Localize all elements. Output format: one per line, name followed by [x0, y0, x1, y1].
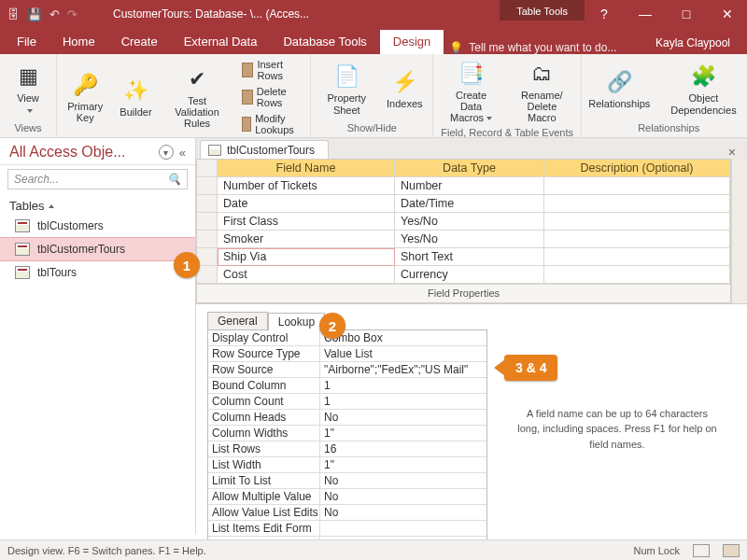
nav-section-tables[interactable]: Tables	[0, 193, 195, 215]
tab-external-data[interactable]: External Data	[171, 30, 271, 54]
property-value[interactable]: "Airborne";"FedEx";"US Mail"	[320, 362, 486, 378]
property-value[interactable]: Value List	[320, 346, 486, 362]
cell-description[interactable]	[544, 213, 730, 231]
cell-field-name[interactable]: Date	[218, 195, 395, 213]
row-selector[interactable]	[197, 266, 218, 284]
select-all-cell[interactable]	[197, 160, 218, 177]
object-dependencies-button[interactable]: 🧩Object Dependencies	[659, 61, 747, 117]
cell-data-type[interactable]: Yes/No	[395, 213, 544, 231]
property-row[interactable]: Limit To ListNo	[208, 473, 486, 489]
property-row[interactable]: Row Source TypeValue List	[208, 346, 486, 362]
property-value[interactable]: No	[320, 410, 486, 426]
insert-rows-button[interactable]: Insert Rows	[238, 58, 303, 82]
view-button[interactable]: ▦ View	[7, 61, 49, 117]
builder-button[interactable]: ✨Builder	[115, 75, 156, 119]
property-value[interactable]: 1	[320, 378, 486, 394]
grid-row[interactable]: SmokerYes/No	[197, 231, 730, 248]
property-sheet-button[interactable]: 📄Property Sheet	[318, 61, 374, 117]
document-tab[interactable]: tblCustomerTours	[200, 140, 329, 160]
cell-field-name[interactable]: Number of Tickets	[218, 177, 395, 195]
cell-description[interactable]	[544, 248, 730, 266]
property-value[interactable]: No	[320, 489, 486, 505]
property-value[interactable]: 1	[320, 394, 486, 410]
cell-description[interactable]	[544, 177, 730, 195]
property-row[interactable]: Column HeadsNo	[208, 410, 486, 426]
grid-row[interactable]: Number of TicketsNumber	[197, 177, 730, 195]
save-icon[interactable]: 💾	[27, 7, 42, 21]
property-value[interactable]	[320, 521, 486, 537]
maximize-button[interactable]: □	[667, 0, 706, 28]
nav-collapse-button[interactable]: «	[179, 146, 186, 160]
grid-row[interactable]: DateDate/Time	[197, 195, 730, 213]
design-view-icon[interactable]	[723, 544, 740, 557]
nav-item[interactable]: tblCustomerTours	[0, 237, 195, 261]
undo-icon[interactable]: ↶	[49, 7, 60, 21]
row-selector[interactable]	[197, 213, 218, 231]
cell-description[interactable]	[544, 266, 730, 284]
property-row[interactable]: Allow Multiple ValueNo	[208, 489, 486, 505]
row-selector[interactable]	[197, 195, 218, 213]
property-value[interactable]: No	[320, 505, 486, 521]
cell-data-type[interactable]: Yes/No	[395, 231, 544, 248]
property-row[interactable]: Allow Value List EditsNo	[208, 505, 486, 521]
vertical-scrollbar[interactable]	[731, 160, 747, 303]
tab-create[interactable]: Create	[108, 30, 171, 54]
help-button[interactable]: ?	[585, 0, 624, 28]
property-value[interactable]: No	[320, 473, 486, 489]
minimize-button[interactable]: —	[626, 0, 665, 28]
nav-title[interactable]: All Access Obje...	[9, 144, 153, 161]
nav-item[interactable]: tblTours	[0, 261, 195, 284]
property-value[interactable]: 16	[320, 441, 486, 457]
nav-search[interactable]: Search... 🔍	[7, 169, 188, 189]
property-row[interactable]: List Width1"	[208, 457, 486, 473]
property-row[interactable]: Column Widths1"	[208, 426, 486, 441]
property-row[interactable]: List Items Edit Form	[208, 521, 486, 537]
cell-field-name[interactable]: Cost	[218, 266, 395, 284]
property-row[interactable]: Column Count1	[208, 394, 486, 410]
datasheet-view-icon[interactable]	[693, 544, 710, 557]
cell-field-name[interactable]: Smoker	[218, 231, 395, 248]
relationships-button[interactable]: 🔗Relationships	[589, 66, 650, 111]
primary-key-button[interactable]: 🔑Primary Key	[64, 69, 106, 125]
tab-design[interactable]: Design	[380, 30, 444, 54]
cell-description[interactable]	[544, 231, 730, 248]
app-menu-icon[interactable]: 🗄	[7, 7, 20, 21]
property-value[interactable]: Combo Box	[320, 330, 486, 346]
tab-file[interactable]: File	[4, 30, 49, 54]
tab-database-tools[interactable]: Database Tools	[270, 30, 379, 54]
row-selector[interactable]	[197, 177, 218, 195]
property-value[interactable]: 1"	[320, 426, 486, 441]
rename-delete-macro-button[interactable]: 🗂Rename/ Delete Macro	[511, 58, 573, 125]
delete-rows-button[interactable]: Delete Rows	[238, 85, 303, 109]
indexes-button[interactable]: ⚡Indexes	[384, 66, 425, 111]
close-button[interactable]: ✕	[708, 0, 747, 28]
nav-options-icon[interactable]: ▾	[159, 145, 174, 160]
cell-data-type[interactable]: Short Text	[395, 248, 544, 266]
grid-row[interactable]: CostCurrency	[197, 266, 730, 284]
redo-icon[interactable]: ↷	[67, 7, 78, 21]
modify-lookups-button[interactable]: Modify Lookups	[238, 112, 303, 136]
property-row[interactable]: Bound Column1	[208, 378, 486, 394]
property-row[interactable]: Row Source"Airborne";"FedEx";"US Mail"	[208, 362, 486, 378]
cell-field-name[interactable]: Ship Via	[218, 248, 395, 266]
grid-row[interactable]: Ship ViaShort Text	[197, 248, 730, 266]
cell-data-type[interactable]: Number	[395, 177, 544, 195]
tab-home[interactable]: Home	[49, 30, 108, 54]
row-selector[interactable]	[197, 231, 218, 248]
col-data-type[interactable]: Data Type	[395, 160, 544, 177]
property-value[interactable]: 1"	[320, 457, 486, 473]
tab-lookup[interactable]: Lookup	[268, 313, 325, 330]
col-field-name[interactable]: Field Name	[218, 160, 395, 177]
cell-data-type[interactable]: Date/Time	[395, 195, 544, 213]
cell-field-name[interactable]: First Class	[218, 213, 395, 231]
signed-in-user[interactable]: Kayla Claypool	[642, 32, 743, 54]
col-description[interactable]: Description (Optional)	[544, 160, 730, 177]
property-row[interactable]: Display ControlCombo Box	[208, 330, 486, 346]
test-validation-button[interactable]: ✔Test Validation Rules	[165, 63, 228, 131]
row-selector[interactable]	[197, 248, 218, 266]
tell-me[interactable]: 💡 Tell me what you want to do...	[449, 41, 616, 54]
cell-data-type[interactable]: Currency	[395, 266, 544, 284]
nav-item[interactable]: tblCustomers	[0, 215, 195, 237]
grid-row[interactable]: First ClassYes/No	[197, 213, 730, 231]
document-close-button[interactable]: ×	[721, 145, 743, 160]
